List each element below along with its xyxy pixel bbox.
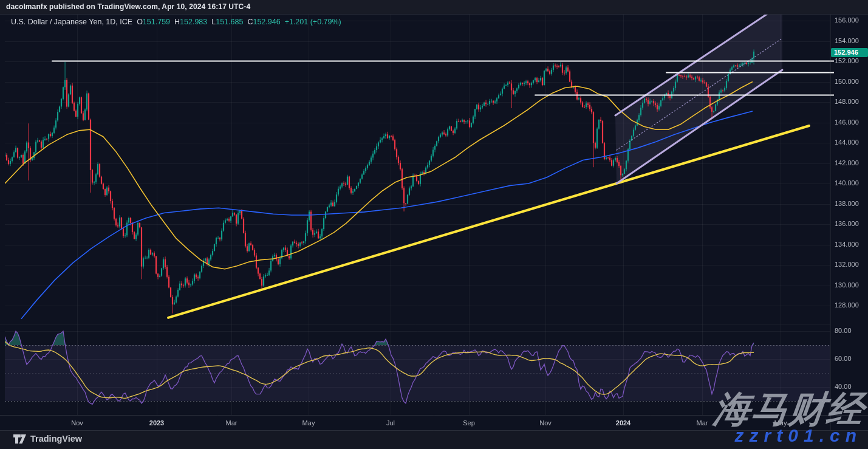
change-value: +1.201 (+0.79%) bbox=[285, 18, 341, 26]
last-price-badge: 152.946 bbox=[831, 48, 868, 57]
symbol-title: U.S. Dollar / Japanese Yen, 1D, ICE bbox=[11, 18, 132, 26]
chart-canvas[interactable] bbox=[0, 0, 868, 449]
tradingview-logo-text: TradingView bbox=[30, 434, 82, 444]
published-text: dacolmanfx published on TradingView.com,… bbox=[6, 2, 250, 11]
tradingview-logo-icon bbox=[13, 434, 26, 444]
published-bar: dacolmanfx published on TradingView.com,… bbox=[0, 0, 868, 15]
high-value: 152.983 bbox=[180, 18, 207, 26]
open-label: O bbox=[137, 18, 143, 26]
watermark-site-url: zzrt01.cn bbox=[735, 425, 862, 446]
tradingview-published-chart: dacolmanfx published on TradingView.com,… bbox=[0, 0, 868, 449]
tradingview-attribution[interactable]: TradingView bbox=[13, 433, 82, 445]
low-value: 151.685 bbox=[216, 18, 243, 26]
open-value: 151.759 bbox=[143, 18, 170, 26]
high-label: H bbox=[174, 18, 180, 26]
close-value: 152.946 bbox=[253, 18, 280, 26]
symbol-legend-row[interactable]: U.S. Dollar / Japanese Yen, 1D, ICEO151.… bbox=[11, 18, 341, 26]
